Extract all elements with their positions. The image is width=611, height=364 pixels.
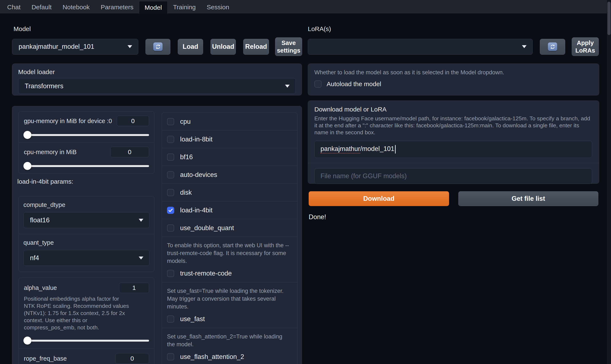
tab-notebook[interactable]: Notebook xyxy=(57,1,95,13)
compute-dtype-row: compute_dtype float16 xyxy=(19,196,154,234)
gpu-memory-label: gpu-memory in MiB for device :0 xyxy=(24,117,112,125)
gpu-memory-slider[interactable] xyxy=(24,131,149,139)
trust-remote-code-section: To enable this option, start the web UI … xyxy=(162,237,297,283)
disk-checkbox[interactable] xyxy=(167,189,174,196)
autoload-checkbox[interactable] xyxy=(314,80,322,88)
gpu-memory-input[interactable] xyxy=(117,116,149,126)
chevron-down-icon xyxy=(139,257,143,260)
lora-dropdown[interactable] xyxy=(308,39,533,55)
tab-default[interactable]: Default xyxy=(26,1,57,13)
save-settings-button[interactable]: Save settings xyxy=(275,37,302,56)
flag-row-use-double-quant: use_double_quant xyxy=(162,219,297,237)
load-in-8bit-checkbox-label: load-in-8bit xyxy=(180,136,212,143)
slider-handle[interactable] xyxy=(24,131,31,139)
refresh-icon xyxy=(548,42,557,51)
quant-type-value: nf4 xyxy=(30,254,39,262)
use-fast-checkbox[interactable] xyxy=(167,315,174,323)
cpu-memory-label: cpu-memory in MiB xyxy=(24,149,77,156)
model-row: pankajmathur_model_101 Load Unload Reloa… xyxy=(12,37,302,56)
cpu-memory-slider[interactable] xyxy=(24,162,149,170)
cpu-checkbox-label: cpu xyxy=(180,118,191,125)
download-path-misspelled-text: pankajmathur xyxy=(321,145,360,154)
get-file-list-button[interactable]: Get file list xyxy=(458,191,598,206)
flag-row-load-in-4bit: load-in-4bit xyxy=(162,201,297,219)
chevron-down-icon xyxy=(139,219,143,222)
unload-button[interactable]: Unload xyxy=(210,39,236,55)
rope-freq-base-label: rope_freq_base xyxy=(24,355,67,362)
compute-dtype-dropdown[interactable]: float16 xyxy=(24,212,149,228)
load-in-4bit-checkbox[interactable] xyxy=(167,207,174,214)
slider-handle[interactable] xyxy=(24,337,31,345)
download-path-input[interactable]: pankajmathur/model_101 xyxy=(314,141,592,158)
refresh-models-button[interactable] xyxy=(145,39,170,55)
dtype-group: compute_dtype float16 quant_type nf4 xyxy=(19,196,154,272)
load-in-8bit-checkbox[interactable] xyxy=(167,136,174,143)
trust-remote-code-checkbox[interactable] xyxy=(167,270,174,277)
apply-loras-button[interactable]: Apply LoRAs xyxy=(572,37,599,56)
load-in-4bit-checkbox-label: load-in-4bit xyxy=(180,207,212,214)
rope-freq-base-input[interactable] xyxy=(115,353,149,364)
use-fast-description: Set use_fast=True while loading the toke… xyxy=(167,287,290,311)
model-tab-page: Chat Default Notebook Parameters Model T… xyxy=(0,0,611,364)
autoload-checkbox-label: Autoload the model xyxy=(327,80,381,88)
memory-sliders-group: gpu-memory in MiB for device :0 cpu-memo… xyxy=(19,111,154,174)
scrollbar-thumb[interactable] xyxy=(607,2,611,35)
refresh-loras-button[interactable] xyxy=(540,39,565,55)
slider-handle[interactable] xyxy=(24,162,31,170)
loader-settings-panel: gpu-memory in MiB for device :0 cpu-memo… xyxy=(12,106,302,364)
alpha-value-description: Positional embeddings alpha factor for N… xyxy=(24,295,131,331)
load-button[interactable]: Load xyxy=(178,39,203,55)
use-double-quant-checkbox[interactable] xyxy=(167,224,174,232)
flags-group: cpu load-in-8bit bf16 auto-devices disk xyxy=(162,113,298,364)
use-fast-checkbox-label: use_fast xyxy=(180,315,205,323)
chevron-down-icon xyxy=(128,45,132,48)
use-flash-attention-2-checkbox-label: use_flash_attention_2 xyxy=(180,353,244,361)
use-flash-attention-2-section: Set use_flash_attention_2=True while loa… xyxy=(162,328,297,364)
model-loader-dropdown[interactable]: Transformers xyxy=(18,78,296,94)
disk-checkbox-label: disk xyxy=(180,189,192,196)
chevron-down-icon xyxy=(285,85,290,88)
auto-devices-checkbox[interactable] xyxy=(167,171,174,178)
alpha-value-row: alpha_value Positional embeddings alpha … xyxy=(19,278,154,348)
compute-dtype-label: compute_dtype xyxy=(24,201,149,208)
cpu-checkbox[interactable] xyxy=(167,118,174,125)
lora-row: Apply LoRAs xyxy=(308,37,599,56)
tab-session[interactable]: Session xyxy=(201,1,235,13)
lora-section-label: LoRA(s) xyxy=(308,25,331,33)
download-description: Enter the Hugging Face username/model pa… xyxy=(314,115,593,136)
tab-model[interactable]: Model xyxy=(139,1,168,14)
download-actions-row: Download Get file list xyxy=(309,191,598,206)
trust-remote-code-description: To enable this option, start the web UI … xyxy=(167,242,290,265)
flag-row-load-in-8bit: load-in-8bit xyxy=(162,130,297,148)
model-dropdown[interactable]: pankajmathur_model_101 xyxy=(12,39,138,55)
model-loader-value: Transformers xyxy=(25,82,63,90)
alpha-value-slider[interactable] xyxy=(24,337,149,345)
refresh-icon xyxy=(153,42,163,51)
vertical-scrollbar[interactable] xyxy=(607,0,611,364)
tab-training[interactable]: Training xyxy=(168,1,201,13)
rope-group: alpha_value Positional embeddings alpha … xyxy=(19,278,154,364)
model-dropdown-value: pankajmathur_model_101 xyxy=(19,43,94,51)
alpha-value-label: alpha_value xyxy=(24,284,57,291)
download-panel: Download model or LoRA Enter the Hugging… xyxy=(308,101,599,184)
tab-chat[interactable]: Chat xyxy=(2,1,26,13)
tab-parameters[interactable]: Parameters xyxy=(95,1,139,13)
use-double-quant-checkbox-label: use_double_quant xyxy=(180,224,234,232)
chevron-down-icon xyxy=(522,45,527,48)
model-section-label: Model xyxy=(13,25,31,33)
gguf-file-name-input[interactable]: File name (for GGUF models) xyxy=(314,168,592,184)
cpu-memory-input[interactable] xyxy=(110,147,149,157)
flag-row-cpu: cpu xyxy=(162,113,297,130)
bf16-checkbox[interactable] xyxy=(167,154,174,161)
quant-type-dropdown[interactable]: nf4 xyxy=(24,250,149,266)
reload-button[interactable]: Reload xyxy=(243,39,269,55)
auto-devices-checkbox-label: auto-devices xyxy=(180,171,217,179)
download-path-rest-text: /model_101 xyxy=(360,145,394,152)
load-in-4bit-params-heading: load-in-4bit params: xyxy=(17,178,73,185)
flag-row-disk: disk xyxy=(162,184,297,201)
use-fast-section: Set use_fast=True while loading the toke… xyxy=(162,283,297,328)
alpha-value-input[interactable] xyxy=(119,283,149,293)
download-button[interactable]: Download xyxy=(309,191,449,206)
use-flash-attention-2-checkbox[interactable] xyxy=(167,353,174,360)
flag-row-bf16: bf16 xyxy=(162,148,297,166)
